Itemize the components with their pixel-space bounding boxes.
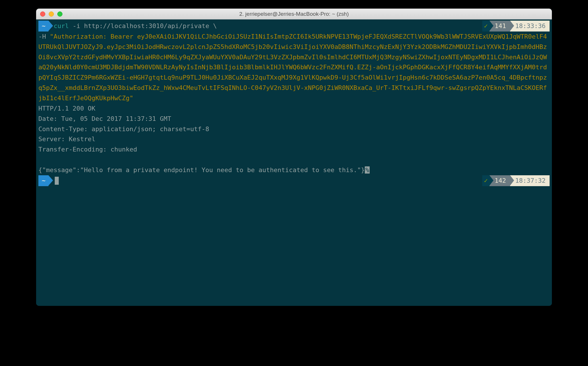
status-check-icon: ✓	[482, 21, 489, 32]
prompt-left: ~ curl -i http://localhost:3010/api/priv…	[38, 21, 480, 32]
percent-marker: %	[365, 166, 370, 174]
status-history-number: 141	[489, 21, 510, 32]
status-time: 18:37:32	[510, 175, 550, 186]
status-check-icon: ✓	[482, 175, 489, 186]
header-flag: -H	[38, 33, 50, 40]
response-body: {"message":"Hello from a private endpoin…	[38, 165, 550, 175]
right-status-1: ✓ 141 18:33:36	[482, 21, 550, 32]
terminal-window: 2. jerriepelser@Jerries-MacBook-Pro: ~ (…	[36, 9, 552, 306]
response-date: Date: Tue, 05 Dec 2017 11:37:31 GMT	[38, 114, 550, 124]
prompt-line-2: ~ ✓ 142 18:37:32	[38, 175, 550, 186]
authorization-header: -H "Authorization: Bearer eyJ0eXAiOiJKV1…	[38, 32, 550, 103]
continuation-line: -H "Authorization: Bearer eyJ0eXAiOiJKV1…	[38, 32, 550, 103]
status-time: 18:33:36	[510, 21, 550, 32]
response-content-type: Content-Type: application/json; charset=…	[38, 124, 550, 134]
bearer-token: "Authorization: Bearer eyJ0eXAiOiJKV1QiL…	[38, 33, 547, 102]
command-args: -i http://localhost:3010/api/private \	[69, 22, 217, 29]
blank-line	[38, 155, 550, 165]
prompt-home-segment: ~	[38, 175, 48, 186]
cursor	[55, 177, 59, 185]
prompt-home-segment: ~	[38, 21, 48, 32]
response-server: Server: Kestrel	[38, 134, 550, 144]
response-transfer-encoding: Transfer-Encoding: chunked	[38, 144, 550, 155]
traffic-lights	[40, 11, 62, 17]
minimize-icon[interactable]	[49, 11, 54, 17]
command-name: curl	[54, 22, 69, 29]
status-history-number: 142	[489, 175, 510, 186]
window-title: 2. jerriepelser@Jerries-MacBook-Pro: ~ (…	[36, 11, 552, 17]
response-status: HTTP/1.1 200 OK	[38, 103, 550, 114]
close-icon[interactable]	[40, 11, 45, 17]
prompt-line-1: ~ curl -i http://localhost:3010/api/priv…	[38, 21, 550, 32]
command-text: curl -i http://localhost:3010/api/privat…	[54, 21, 217, 31]
prompt-left-2: ~	[38, 175, 480, 186]
title-bar: 2. jerriepelser@Jerries-MacBook-Pro: ~ (…	[36, 9, 552, 19]
maximize-icon[interactable]	[57, 11, 62, 17]
right-status-2: ✓ 142 18:37:32	[482, 175, 550, 186]
terminal-body[interactable]: ~ curl -i http://localhost:3010/api/priv…	[36, 19, 552, 306]
response-json: {"message":"Hello from a private endpoin…	[38, 166, 365, 174]
